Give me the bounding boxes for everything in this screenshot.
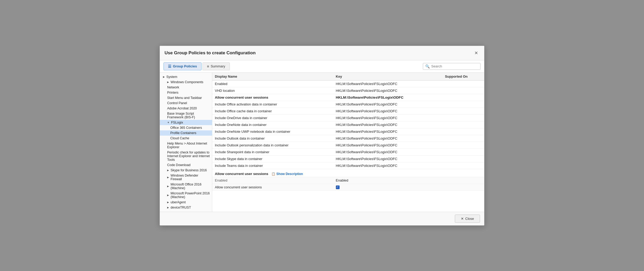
table-row[interactable]: Include Outlook personalization data in … xyxy=(212,142,484,148)
sidebar-label: Help Menu > About Internet Explorer xyxy=(167,142,210,149)
cell-supported-on xyxy=(442,94,484,101)
close-label: Close xyxy=(465,217,474,221)
sidebar-label: Code Download xyxy=(167,163,190,167)
detail-allow-empty xyxy=(442,184,484,191)
sidebar-label: Microsoft PowerPoint 2016 (Machine) xyxy=(171,192,210,199)
table-row[interactable]: Include Outlook data in container HKLM:\… xyxy=(212,135,484,142)
cell-display-name: Include OneDrive data in container xyxy=(212,114,333,121)
table-row[interactable]: Enabled HKLM:\Software\Policies\FSLogix\… xyxy=(212,80,484,87)
tab-summary[interactable]: ≡ Summary xyxy=(203,62,230,70)
modal-overlay: Use Group Policies to create Configurati… xyxy=(0,0,644,271)
modal-body: ▶ System ▶ Windows Components Network Pr… xyxy=(160,73,484,212)
cell-display-name: Include Skype data in container xyxy=(212,155,333,162)
sidebar-item-office365[interactable]: Office 365 Containers xyxy=(160,125,212,130)
sidebar-label: Network xyxy=(167,86,179,89)
table-row[interactable]: Include Skype data in container HKLM:\So… xyxy=(212,155,484,162)
table-header-row: Display Name Key Supported On xyxy=(212,73,484,81)
table-row[interactable]: Include Office activation data in contai… xyxy=(212,101,484,108)
cell-display-name: VHD location xyxy=(212,87,333,94)
cell-key: HKLM:\Software\Policies\FSLogix\ODFC xyxy=(333,94,443,101)
modal-dialog: Use Group Policies to create Configurati… xyxy=(160,46,484,226)
detail-allow-label: Allow concurrent user sessions xyxy=(212,184,333,191)
sidebar-item-code-download[interactable]: Code Download xyxy=(160,162,212,168)
summary-icon: ≡ xyxy=(207,64,209,68)
sidebar-label: Profile Containers xyxy=(170,131,196,135)
sidebar-item-useragent[interactable]: ▶ uberAgent xyxy=(160,200,212,205)
cell-supported-on xyxy=(442,128,484,135)
cell-key: HKLM:\Software\Policies\FSLogix\ODFC xyxy=(333,114,443,121)
table-row[interactable]: Include Sharepoint data in container HKL… xyxy=(212,148,484,155)
sidebar-item-devicetrust[interactable]: ▶ deviceTRUST xyxy=(160,205,212,210)
cell-supported-on xyxy=(442,135,484,142)
sidebar-label: Windows Defender Firewall xyxy=(171,174,210,181)
sidebar-item-system[interactable]: ▶ System xyxy=(160,74,212,79)
sidebar-label: Base Image Script Framework (BIS-F) xyxy=(167,112,210,119)
cell-supported-on xyxy=(442,155,484,162)
sidebar-label: Microsoft Office 2016 (Machine) xyxy=(171,183,210,190)
sidebar-label: Control Panel xyxy=(167,101,187,105)
sidebar-item-ms-office[interactable]: ▶ Microsoft Office 2016 (Machine) xyxy=(160,182,212,191)
cell-key: HKLM:\Software\Policies\FSLogix\ODFC xyxy=(333,148,443,155)
sidebar-label: deviceTRUST xyxy=(171,206,191,209)
cell-key: HKLM:\Software\Policies\FSLogix\ODFC xyxy=(333,108,443,114)
sidebar-label: Office 365 Containers xyxy=(170,126,202,130)
close-icon: ✕ xyxy=(461,217,464,221)
sidebar-item-adobe[interactable]: Adobe Acrobat 2020 xyxy=(160,106,212,111)
sidebar-label: Cloud Cache xyxy=(170,136,189,140)
sidebar-item-ms-powerpoint[interactable]: ▶ Microsoft PowerPoint 2016 (Machine) xyxy=(160,191,212,200)
cell-key: HKLM:\Software\Policies\FSLogix\ODFC xyxy=(333,101,443,108)
table-row[interactable]: Include OneNote data in container HKLM:\… xyxy=(212,121,484,128)
table-row[interactable]: VHD location HKLM:\Software\Policies\FSL… xyxy=(212,87,484,94)
cell-display-name: Include Outlook personalization data in … xyxy=(212,142,333,148)
sidebar-item-network[interactable]: Network xyxy=(160,85,212,90)
table-row[interactable]: Include OneNote UWP notebook data in con… xyxy=(212,128,484,135)
cell-supported-on xyxy=(442,121,484,128)
show-description-link[interactable]: 📋 Show Description xyxy=(271,172,303,176)
modal-title-bar: Use Group Policies to create Configurati… xyxy=(160,46,484,60)
table-row[interactable]: Include Teams data in container HKLM:\So… xyxy=(212,162,484,169)
cell-supported-on xyxy=(442,148,484,155)
detail-allow-row: Allow concurrent user sessions xyxy=(212,184,484,191)
sidebar-label: Adobe Acrobat 2020 xyxy=(167,107,197,110)
table-row[interactable]: Include OneDrive data in container HKLM:… xyxy=(212,114,484,121)
detail-section-header-row: Allow concurrent user sessions 📋 Show De… xyxy=(212,169,484,177)
cell-display-name: Include OneNote UWP notebook data in con… xyxy=(212,128,333,135)
search-box: 🔍 xyxy=(423,63,481,70)
sidebar-label: Printers xyxy=(167,91,178,94)
col-supported-on: Supported On xyxy=(442,73,484,81)
caret-icon: ▶ xyxy=(167,169,169,172)
table-row[interactable]: Include Office cache data in container H… xyxy=(212,108,484,114)
sidebar-item-profile-containers[interactable]: Profile Containers xyxy=(160,130,212,136)
cell-key: HKLM:\Software\Policies\FSLogix\ODFC xyxy=(333,121,443,128)
detail-enabled-empty xyxy=(442,177,484,184)
sidebar-item-periodic-check[interactable]: Periodic check for updates to Internet E… xyxy=(160,150,212,162)
search-input[interactable] xyxy=(431,64,473,68)
group-policies-icon: ☰ xyxy=(168,64,171,68)
tab-group-policies[interactable]: ☰ Group Policies xyxy=(163,62,201,70)
cell-display-name: Include Teams data in container xyxy=(212,162,333,169)
sidebar-item-help-menu[interactable]: Help Menu > About Internet Explorer xyxy=(160,141,212,150)
caret-icon: ▶ xyxy=(167,185,169,188)
close-button[interactable]: ✕ Close xyxy=(455,215,480,223)
cell-display-name: Include Office activation data in contai… xyxy=(212,101,333,108)
modal-title: Use Group Policies to create Configurati… xyxy=(165,50,256,56)
sidebar-item-start-menu[interactable]: Start Menu and Taskbar xyxy=(160,95,212,100)
sidebar-item-control-panel[interactable]: Control Panel xyxy=(160,100,212,106)
sidebar-item-base-image[interactable]: Base Image Script Framework (BIS-F) xyxy=(160,111,212,120)
note-icon: 📋 xyxy=(271,172,275,176)
sidebar-item-windows-defender[interactable]: ▶ Windows Defender Firewall xyxy=(160,173,212,182)
sidebar-label: Periodic check for updates to Internet E… xyxy=(167,151,210,162)
sidebar-item-fslogix[interactable]: ▼ FSLogix xyxy=(160,120,212,125)
sidebar-item-printers[interactable]: Printers xyxy=(160,90,212,95)
caret-icon: ▼ xyxy=(167,121,170,124)
sidebar-item-windows-components[interactable]: ▶ Windows Components xyxy=(160,79,212,85)
table-row-bold[interactable]: Allow concurrent user sessions HKLM:\Sof… xyxy=(212,94,484,101)
main-content: Display Name Key Supported On Enabled HK… xyxy=(212,73,484,212)
modal-close-button[interactable]: × xyxy=(473,50,479,56)
sidebar-item-cloud-cache[interactable]: Cloud Cache xyxy=(160,136,212,141)
cell-key: HKLM:\Software\Policies\FSLogix\ODFC xyxy=(333,162,443,169)
allow-sessions-checkbox[interactable] xyxy=(336,185,340,189)
caret-icon: ▶ xyxy=(163,76,165,78)
sidebar-item-skype[interactable]: ▶ Skype for Business 2016 xyxy=(160,168,212,173)
cell-key: HKLM:\Software\Policies\FSLogix\ODFC xyxy=(333,87,443,94)
